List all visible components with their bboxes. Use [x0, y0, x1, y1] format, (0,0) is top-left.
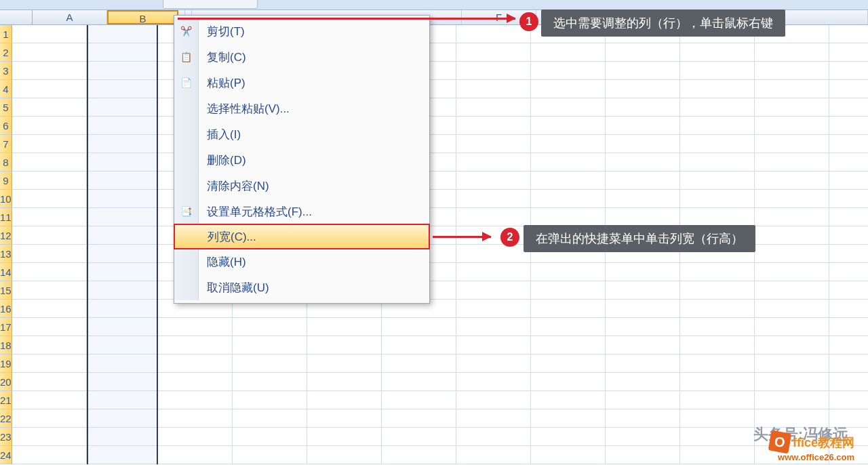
menu-cut[interactable]: ✂️ 剪切(T): [174, 18, 429, 44]
formula-box[interactable]: [163, 0, 258, 9]
annotation-arrow-2: [433, 236, 491, 238]
blank-icon: [174, 173, 199, 199]
blank-icon: [174, 249, 199, 275]
paste-icon: 📄: [174, 70, 199, 96]
blank-icon: [175, 224, 199, 249]
annotation-badge-1: 1: [519, 12, 538, 31]
menu-label: 取消隐藏(U): [207, 280, 269, 296]
row-header[interactable]: 21: [0, 391, 12, 409]
row-header[interactable]: 17: [0, 318, 12, 336]
menu-label: 列宽(C)...: [208, 229, 256, 245]
menu-format-cells[interactable]: 📑 设置单元格格式(F)...: [174, 199, 429, 224]
row-header[interactable]: 5: [0, 98, 12, 117]
blank-icon: [174, 147, 199, 173]
annotation-callout-2: 在弹出的快捷菜单中单击列宽（行高）: [524, 225, 755, 252]
row-header[interactable]: 11: [0, 208, 12, 226]
row-header[interactable]: 7: [0, 135, 12, 153]
menu-label: 粘贴(P): [207, 75, 245, 91]
formula-bar-area: [0, 0, 868, 10]
menu-unhide[interactable]: 取消隐藏(U): [174, 275, 429, 300]
context-menu: ✂️ 剪切(T) 📋 复制(C) 📄 粘贴(P) 选择性粘贴(V)... 插入(…: [174, 15, 430, 304]
menu-label: 隐藏(H): [207, 254, 246, 270]
col-header-a[interactable]: A: [33, 10, 107, 24]
select-all-corner[interactable]: [0, 10, 33, 24]
cut-icon: ✂️: [174, 18, 199, 44]
row-header[interactable]: 24: [0, 446, 12, 464]
row-header[interactable]: 20: [0, 373, 12, 391]
blank-icon: [174, 121, 199, 147]
menu-label: 清除内容(N): [207, 178, 269, 194]
row-header[interactable]: 18: [0, 336, 12, 355]
row-header[interactable]: 16: [0, 300, 12, 318]
menu-label: 剪切(T): [207, 24, 245, 39]
row-header[interactable]: 19: [0, 355, 12, 373]
menu-label: 设置单元格格式(F)...: [207, 204, 312, 220]
row-header[interactable]: 23: [0, 428, 12, 446]
menu-label: 删除(D): [207, 153, 246, 168]
menu-delete[interactable]: 删除(D): [174, 147, 429, 173]
row-header[interactable]: 12: [0, 226, 12, 245]
menu-clear-contents[interactable]: 清除内容(N): [174, 173, 429, 199]
copy-icon: 📋: [174, 44, 199, 70]
row-header[interactable]: 8: [0, 153, 12, 171]
menu-hide[interactable]: 隐藏(H): [174, 249, 429, 275]
logo-icon: O: [768, 430, 792, 454]
row-headers: 1 2 3 4 5 6 7 8 9 10 11 12 13 14 15 16 1…: [0, 25, 12, 464]
menu-insert[interactable]: 插入(I): [174, 121, 429, 147]
watermark-site: Office教程网 www.office26.com: [770, 432, 854, 462]
menu-column-width[interactable]: 列宽(C)...: [174, 224, 430, 249]
row-header[interactable]: 2: [0, 43, 12, 62]
row-header[interactable]: 3: [0, 62, 12, 80]
menu-label: 插入(I): [207, 127, 241, 142]
row-header[interactable]: 13: [0, 245, 12, 263]
row-header[interactable]: 9: [0, 171, 12, 190]
row-header[interactable]: 14: [0, 263, 12, 281]
row-header[interactable]: 10: [0, 190, 12, 208]
annotation-callout-1: 选中需要调整的列（行），单击鼠标右键: [541, 9, 785, 37]
row-header[interactable]: 6: [0, 117, 12, 135]
row-header[interactable]: 22: [0, 409, 12, 428]
menu-paste-special[interactable]: 选择性粘贴(V)...: [174, 96, 429, 121]
blank-icon: [174, 96, 199, 121]
row-header[interactable]: 1: [0, 25, 12, 43]
col-header-b[interactable]: B: [107, 10, 178, 24]
annotation-arrow-1: [178, 18, 515, 20]
row-header[interactable]: 15: [0, 281, 12, 300]
menu-label: 复制(C): [207, 49, 246, 65]
menu-label: 选择性粘贴(V)...: [207, 101, 290, 117]
menu-copy[interactable]: 📋 复制(C): [174, 44, 429, 70]
selected-column-overlay: [87, 25, 158, 464]
format-icon: 📑: [174, 199, 199, 224]
blank-icon: [174, 275, 199, 300]
row-header[interactable]: 4: [0, 80, 12, 98]
annotation-badge-2: 2: [500, 228, 519, 247]
menu-paste[interactable]: 📄 粘贴(P): [174, 70, 429, 96]
